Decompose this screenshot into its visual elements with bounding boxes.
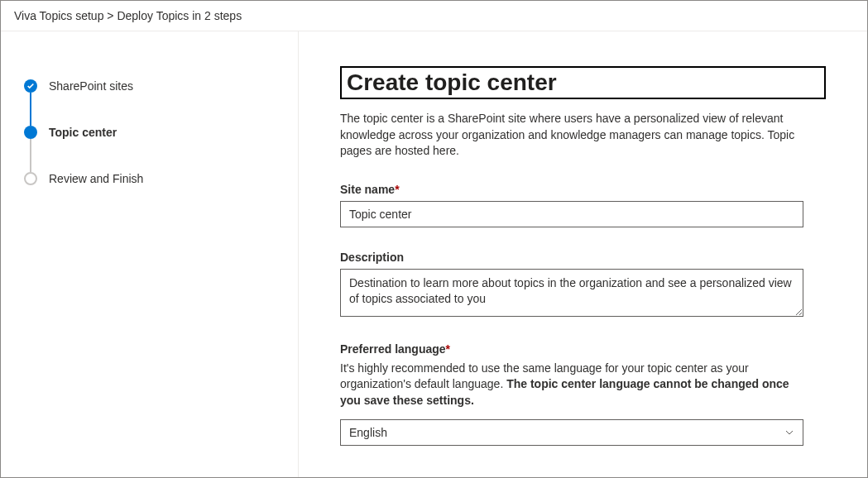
required-marker: * [446,342,450,356]
step-label: Review and Finish [49,172,143,185]
pending-step-icon [24,172,37,185]
description-label: Description [340,251,803,264]
current-step-icon [24,126,37,139]
page-title: Create topic center [340,66,826,99]
site-name-label: Site name* [340,183,803,196]
step-sharepoint-sites[interactable]: SharePoint sites [24,79,278,93]
step-connector [30,93,31,126]
body: SharePoint sites Topic center Review and… [1,31,867,477]
page-description: The topic center is a SharePoint site wh… [340,111,826,160]
setup-window: Viva Topics setup > Deploy Topics in 2 s… [0,0,868,478]
language-help-text: It's highly recommended to use the same … [340,361,803,409]
main-content: Create topic center The topic center is … [299,31,867,477]
language-label: Preferred language* [340,342,803,356]
breadcrumb: Viva Topics setup > Deploy Topics in 2 s… [1,1,867,31]
field-site-name: Site name* [340,183,803,227]
field-preferred-language: Preferred language* It's highly recommen… [340,342,803,446]
description-textarea[interactable]: Destination to learn more about topics i… [340,269,803,317]
language-selected-value: English [349,426,387,439]
steps-sidebar: SharePoint sites Topic center Review and… [1,31,299,477]
step-label: Topic center [49,126,117,139]
breadcrumb-current: Deploy Topics in 2 steps [117,9,242,22]
field-description: Description Destination to learn more ab… [340,251,803,319]
language-select[interactable]: English [340,419,803,446]
step-topic-center[interactable]: Topic center [24,126,278,139]
site-name-input[interactable] [340,201,803,227]
chevron-down-icon [784,428,794,437]
breadcrumb-parent[interactable]: Viva Topics setup [14,9,103,22]
checkmark-icon [24,79,37,93]
breadcrumb-separator: > [107,9,113,22]
step-review-finish[interactable]: Review and Finish [24,172,278,185]
required-marker: * [395,183,399,196]
step-connector [30,139,31,172]
step-label: SharePoint sites [49,79,133,93]
